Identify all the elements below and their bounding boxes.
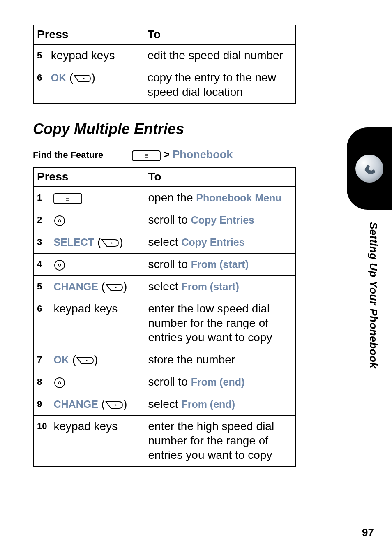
- svg-point-18: [115, 404, 116, 405]
- main-table: Press To 1 open the Phonebook Menu 2: [33, 167, 296, 467]
- to-soft: Copy Entries: [181, 236, 244, 248]
- row-key: [50, 209, 145, 231]
- change-label: CHANGE: [53, 398, 98, 410]
- softkey-icon: [105, 401, 123, 409]
- row-key: OK (): [48, 67, 144, 104]
- paren-close: ): [123, 398, 127, 410]
- row-key: SELECT (): [50, 231, 145, 254]
- to-text: open the: [148, 191, 196, 204]
- row-num: 5: [33, 44, 48, 67]
- ok-label: OK: [53, 354, 69, 366]
- paren-open: (: [101, 280, 105, 293]
- row-num: 2: [33, 209, 50, 231]
- row-key: OK (): [50, 349, 145, 371]
- row-to: copy the entry to the new speed dial loc…: [144, 67, 295, 104]
- change-label: CHANGE: [53, 281, 98, 292]
- nav-key-icon: [53, 259, 66, 271]
- svg-point-0: [83, 78, 85, 79]
- row-to: scroll to From (start): [145, 254, 295, 276]
- row-to: enter the high speed dial number for the…: [145, 416, 295, 467]
- row-key: [50, 254, 145, 276]
- row-num: 5: [33, 276, 50, 298]
- page-number: 97: [362, 526, 374, 539]
- row-num: 8: [33, 371, 50, 393]
- top-header-to: To: [144, 25, 295, 44]
- to-soft: Phonebook Menu: [196, 192, 281, 204]
- softkey-icon: [105, 283, 123, 292]
- paren-close: ): [123, 280, 127, 293]
- to-text: select: [148, 398, 181, 410]
- menu-key-icon: [132, 150, 161, 161]
- softkey-icon: [73, 74, 91, 83]
- paren-close: ): [119, 236, 123, 248]
- to-soft: From (end): [181, 398, 235, 410]
- menu-key-icon: [53, 193, 82, 204]
- paren-open: (: [97, 236, 101, 248]
- phone-icon: [355, 155, 383, 183]
- row-to: enter the low speed dial number for the …: [145, 298, 295, 349]
- row-to: select Copy Entries: [145, 231, 295, 254]
- row-to: store the number: [145, 349, 295, 371]
- row-key: [50, 187, 145, 209]
- svg-point-11: [111, 242, 113, 243]
- row-num: 9: [33, 393, 50, 416]
- svg-point-12: [55, 260, 65, 270]
- main-header-to: To: [145, 167, 295, 187]
- row-num: 10: [33, 416, 50, 467]
- row-key: CHANGE (): [50, 276, 145, 298]
- top-table: Press To 5 keypad keys edit the speed di…: [33, 25, 296, 104]
- to-text: scroll to: [148, 375, 191, 388]
- svg-point-14: [115, 287, 116, 288]
- side-section-title: Setting Up Your Phonebook: [367, 222, 380, 368]
- row-to: scroll to Copy Entries: [145, 209, 295, 231]
- to-soft: From (end): [191, 376, 245, 388]
- paren-open: (: [101, 398, 105, 410]
- row-key: keypad keys: [50, 416, 145, 467]
- row-num: 1: [33, 187, 50, 209]
- softkey-icon: [101, 239, 119, 247]
- row-to: open the Phonebook Menu: [145, 187, 295, 209]
- phonebook-label: Phonebook: [172, 148, 233, 161]
- row-to: edit the speed dial number: [144, 44, 295, 67]
- row-key: CHANGE (): [50, 393, 145, 416]
- to-text: scroll to: [148, 213, 191, 226]
- top-header-press: Press: [33, 25, 144, 44]
- select-label: SELECT: [53, 236, 94, 248]
- row-num: 4: [33, 254, 50, 276]
- row-num: 6: [33, 67, 48, 104]
- paren-close: ): [94, 353, 98, 366]
- row-num: 3: [33, 231, 50, 254]
- to-text: select: [148, 236, 181, 248]
- ok-label: OK: [51, 72, 67, 83]
- paren-open: (: [72, 353, 76, 366]
- row-to: scroll to From (end): [145, 371, 295, 393]
- side-tab: [347, 127, 392, 210]
- row-key: keypad keys: [48, 44, 144, 67]
- section-heading: Copy Multiple Entries: [33, 120, 367, 138]
- softkey-icon: [76, 356, 94, 365]
- nav-key-icon: [53, 377, 66, 389]
- row-key: keypad keys: [50, 298, 145, 349]
- row-key: [50, 371, 145, 393]
- nav-key-icon: [53, 215, 66, 227]
- main-header-press: Press: [33, 167, 145, 187]
- row-to: select From (end): [145, 393, 295, 416]
- to-soft: Copy Entries: [191, 214, 254, 226]
- to-soft: From (start): [181, 281, 239, 292]
- to-soft: From (start): [191, 259, 249, 270]
- row-num: 7: [33, 349, 50, 371]
- svg-point-9: [55, 216, 65, 226]
- find-feature-value: > Phonebook: [132, 148, 233, 161]
- row-to: select From (start): [145, 276, 295, 298]
- to-text: select: [148, 280, 181, 293]
- svg-point-15: [86, 360, 87, 361]
- paren-open: (: [69, 71, 73, 84]
- find-feature-label: Find the Feature: [33, 150, 103, 160]
- chevron: >: [163, 148, 170, 161]
- svg-point-16: [55, 378, 65, 388]
- paren-close: ): [91, 71, 95, 84]
- find-feature-row: Find the Feature > Phonebook: [33, 148, 296, 161]
- to-text: scroll to: [148, 258, 191, 271]
- row-num: 6: [33, 298, 50, 349]
